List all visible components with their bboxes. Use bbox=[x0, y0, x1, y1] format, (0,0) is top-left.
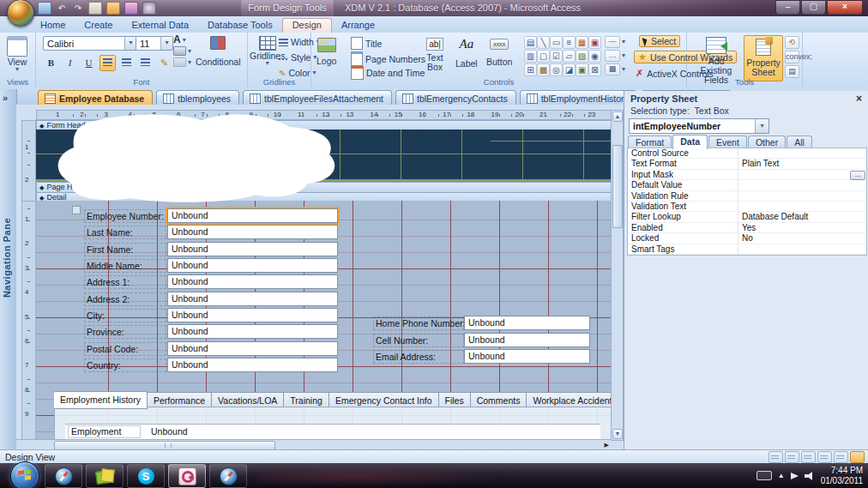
control-icon[interactable]: ▣ bbox=[588, 36, 601, 49]
ribbon-tab[interactable]: Database Tools bbox=[198, 19, 282, 33]
field-label[interactable]: Province: bbox=[84, 325, 166, 339]
ribbon-tab[interactable]: Arrange bbox=[332, 19, 384, 33]
property-row[interactable]: Input Mask ... bbox=[628, 170, 866, 180]
redo-icon[interactable]: ↷ bbox=[72, 3, 84, 14]
field-label[interactable]: Email Address: bbox=[373, 350, 464, 364]
datasheet-view-button[interactable] bbox=[785, 451, 799, 463]
line-thickness-button[interactable]: —▾ bbox=[605, 36, 625, 48]
control-icon[interactable]: ▢ bbox=[537, 50, 550, 63]
keyboard-tray-icon[interactable] bbox=[756, 471, 772, 480]
property-row[interactable]: Control Source bbox=[628, 148, 866, 159]
button-control-button[interactable]: xxxx Button bbox=[486, 39, 512, 67]
navigation-pane-collapsed[interactable]: » Navigation Pane bbox=[0, 89, 17, 449]
ribbon-tab[interactable]: Design bbox=[282, 18, 332, 33]
scroll-up-icon[interactable]: ▲ bbox=[612, 111, 623, 122]
control-icon[interactable]: ◎ bbox=[550, 63, 563, 76]
control-icon[interactable]: ⊠ bbox=[588, 63, 601, 76]
special-effect-button[interactable]: ▩▾ bbox=[605, 63, 625, 75]
control-icon[interactable]: ☑ bbox=[550, 50, 563, 63]
vertical-scroll-thumb[interactable] bbox=[612, 145, 623, 228]
align-left-button[interactable] bbox=[99, 55, 116, 71]
browser-taskbar-button[interactable] bbox=[45, 464, 82, 488]
property-row[interactable]: Validation Rule bbox=[628, 191, 866, 202]
design-view-button[interactable] bbox=[850, 451, 865, 463]
document-tab[interactable]: Employee Database bbox=[38, 90, 153, 105]
scroll-down-icon[interactable]: ▼ bbox=[612, 429, 623, 439]
ribbon-tab[interactable]: Home bbox=[31, 19, 75, 33]
field-label[interactable]: Last Name: bbox=[84, 226, 166, 239]
fill-color-button[interactable]: ▾ bbox=[173, 46, 191, 56]
control-icon[interactable]: ▱ bbox=[563, 50, 576, 63]
object-selector-combo[interactable]: intEmployeeNumber ▾ bbox=[629, 118, 769, 134]
property-sheet-button[interactable]: Property Sheet bbox=[744, 35, 783, 81]
field-textbox[interactable]: Unbound bbox=[167, 292, 338, 306]
skype-taskbar-button[interactable]: S bbox=[127, 464, 165, 488]
control-icon[interactable]: ▤ bbox=[524, 36, 537, 49]
field-label[interactable]: City: bbox=[84, 309, 166, 322]
select-button[interactable]: Select bbox=[639, 35, 680, 47]
expand-nav-pane-icon[interactable]: » bbox=[3, 93, 8, 103]
font-size-combo[interactable]: 11 ▾ bbox=[136, 36, 173, 51]
pivotchart-view-button[interactable] bbox=[817, 451, 832, 463]
tool-icon[interactable]: ▤ bbox=[785, 65, 799, 78]
scroll-right-icon[interactable]: ▶ bbox=[605, 442, 609, 449]
font-color-button[interactable]: A ▾ bbox=[173, 35, 191, 45]
control-icon[interactable]: ≡ bbox=[563, 36, 576, 49]
logo-button[interactable]: Logo bbox=[316, 38, 336, 66]
label-button[interactable]: Aa Label bbox=[455, 37, 478, 69]
ribbon-tab[interactable]: External Data bbox=[122, 19, 198, 33]
text-box-button[interactable]: ab| Text Box bbox=[421, 38, 449, 72]
line-type-button[interactable]: …▾ bbox=[605, 50, 625, 62]
field-textbox[interactable]: Unbound bbox=[464, 349, 590, 364]
align-right-button[interactable] bbox=[137, 55, 154, 71]
field-label[interactable]: First Name: bbox=[84, 243, 166, 256]
field-textbox[interactable]: Unbound bbox=[167, 341, 338, 356]
access-taskbar-button[interactable] bbox=[168, 464, 206, 488]
form-view-button[interactable] bbox=[769, 451, 783, 463]
field-textbox[interactable]: Unbound bbox=[167, 225, 338, 239]
control-icon[interactable]: ╲ bbox=[537, 36, 550, 49]
field-textbox[interactable]: Unbound bbox=[167, 358, 338, 372]
control-icon[interactable]: ▩ bbox=[537, 63, 550, 76]
control-icon[interactable]: ◉ bbox=[588, 50, 601, 63]
conditional-button[interactable]: Conditional bbox=[196, 36, 241, 67]
form-tab[interactable]: Employment History bbox=[54, 391, 148, 409]
property-tab[interactable]: Data bbox=[672, 135, 708, 149]
document-tab[interactable]: tblEmploymentHistory bbox=[520, 90, 637, 105]
show-hidden-icons[interactable]: ▲ bbox=[778, 472, 785, 479]
property-row[interactable]: Locked No bbox=[628, 233, 866, 244]
start-button[interactable] bbox=[10, 461, 39, 488]
property-value[interactable] bbox=[738, 170, 866, 179]
field-label[interactable]: Middle Name: bbox=[84, 259, 166, 273]
property-value[interactable] bbox=[738, 148, 866, 158]
property-value[interactable]: No bbox=[738, 233, 866, 243]
field-textbox[interactable]: Unbound bbox=[167, 258, 338, 273]
property-row[interactable]: Validation Text bbox=[628, 202, 866, 212]
control-icon[interactable]: ▭ bbox=[550, 36, 563, 49]
tool-icon[interactable]: convex; bbox=[785, 51, 799, 63]
underline-button[interactable]: U bbox=[81, 55, 97, 71]
property-sheet-close-icon[interactable]: × bbox=[856, 93, 862, 105]
field-textbox[interactable]: Unbound bbox=[167, 274, 338, 289]
ribbon-tab[interactable]: Create bbox=[75, 19, 122, 33]
field-label[interactable]: Cell Number: bbox=[373, 334, 464, 347]
control-icon[interactable]: ▨ bbox=[576, 50, 588, 63]
property-tab[interactable]: All bbox=[787, 136, 812, 148]
field-label[interactable]: Home Phone Number: bbox=[373, 316, 464, 330]
layout-view-button[interactable] bbox=[834, 451, 848, 463]
print-preview-icon[interactable] bbox=[88, 2, 102, 15]
document-tab[interactable]: tblemployees bbox=[156, 90, 239, 105]
control-icon[interactable]: ◪ bbox=[563, 63, 576, 76]
property-row[interactable]: Text Format Plain Text bbox=[628, 159, 866, 169]
control-icon[interactable]: ▥ bbox=[524, 50, 537, 63]
minimize-button[interactable]: – bbox=[775, 0, 800, 15]
field-textbox[interactable]: Unbound bbox=[464, 333, 590, 347]
bold-button[interactable]: B bbox=[43, 55, 59, 71]
document-tab[interactable]: tblEmergencyContacts bbox=[395, 90, 516, 105]
quick-tool-icon[interactable] bbox=[106, 2, 120, 15]
field-textbox[interactable]: Unbound bbox=[167, 308, 338, 322]
property-value[interactable]: Plain Text bbox=[738, 159, 866, 168]
tool-icon[interactable]: ⟲ bbox=[785, 36, 799, 49]
field-textbox[interactable]: Unbound bbox=[464, 316, 590, 330]
undo-icon[interactable]: ↶ bbox=[56, 3, 68, 14]
